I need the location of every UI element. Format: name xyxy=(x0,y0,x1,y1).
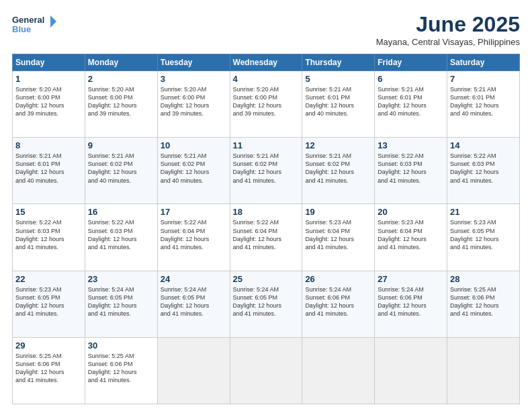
calendar-header-sunday: Sunday xyxy=(13,54,85,71)
cell-info: Sunrise: 5:22 AMSunset: 6:03 PMDaylight:… xyxy=(378,152,444,185)
calendar-cell xyxy=(230,337,302,404)
calendar-header-friday: Friday xyxy=(375,54,447,71)
day-number: 16 xyxy=(88,207,154,217)
calendar-cell xyxy=(447,337,520,404)
day-number: 12 xyxy=(305,140,371,150)
calendar-cell: 21Sunrise: 5:23 AMSunset: 6:05 PMDayligh… xyxy=(447,204,520,271)
calendar-cell: 15Sunrise: 5:22 AMSunset: 6:03 PMDayligh… xyxy=(13,204,85,271)
day-number: 27 xyxy=(378,274,444,284)
calendar-cell: 6Sunrise: 5:21 AMSunset: 6:01 PMDaylight… xyxy=(375,71,447,138)
calendar-cell: 9Sunrise: 5:21 AMSunset: 6:02 PMDaylight… xyxy=(85,138,157,204)
calendar-cell xyxy=(157,337,230,404)
day-number: 5 xyxy=(305,74,371,84)
day-number: 29 xyxy=(15,340,82,351)
cell-info: Sunrise: 5:20 AMSunset: 6:00 PMDaylight:… xyxy=(161,85,227,118)
calendar-header-thursday: Thursday xyxy=(302,54,375,71)
calendar-header-monday: Monday xyxy=(85,54,157,71)
calendar-cell: 13Sunrise: 5:22 AMSunset: 6:03 PMDayligh… xyxy=(375,138,447,204)
page: General Blue June 2025 Mayana, Central V… xyxy=(0,0,532,411)
location: Mayana, Central Visayas, Philippines xyxy=(376,37,520,47)
day-number: 3 xyxy=(161,74,227,84)
calendar-cell: 2Sunrise: 5:20 AMSunset: 6:00 PMDaylight… xyxy=(85,71,157,138)
cell-info: Sunrise: 5:21 AMSunset: 6:01 PMDaylight:… xyxy=(15,152,82,185)
calendar-header-tuesday: Tuesday xyxy=(157,54,230,71)
logo: General Blue xyxy=(12,12,59,38)
day-number: 19 xyxy=(305,207,371,217)
day-number: 17 xyxy=(161,207,227,217)
cell-info: Sunrise: 5:25 AMSunset: 6:06 PMDaylight:… xyxy=(15,352,82,385)
cell-info: Sunrise: 5:24 AMSunset: 6:06 PMDaylight:… xyxy=(378,285,444,318)
cell-info: Sunrise: 5:20 AMSunset: 6:00 PMDaylight:… xyxy=(233,85,300,118)
day-number: 14 xyxy=(450,140,517,150)
cell-info: Sunrise: 5:24 AMSunset: 6:06 PMDaylight:… xyxy=(305,285,371,318)
calendar-cell: 26Sunrise: 5:24 AMSunset: 6:06 PMDayligh… xyxy=(302,271,375,337)
calendar-cell: 4Sunrise: 5:20 AMSunset: 6:00 PMDaylight… xyxy=(230,71,302,138)
cell-info: Sunrise: 5:23 AMSunset: 6:04 PMDaylight:… xyxy=(378,218,444,251)
cell-info: Sunrise: 5:21 AMSunset: 6:01 PMDaylight:… xyxy=(305,85,371,118)
calendar-cell: 7Sunrise: 5:21 AMSunset: 6:01 PMDaylight… xyxy=(447,71,520,138)
cell-info: Sunrise: 5:25 AMSunset: 6:06 PMDaylight:… xyxy=(88,352,154,385)
day-number: 7 xyxy=(450,74,517,84)
calendar-cell: 1Sunrise: 5:20 AMSunset: 6:00 PMDaylight… xyxy=(13,71,85,138)
cell-info: Sunrise: 5:20 AMSunset: 6:00 PMDaylight:… xyxy=(15,85,82,118)
calendar-cell: 22Sunrise: 5:23 AMSunset: 6:05 PMDayligh… xyxy=(13,271,85,337)
calendar-header-wednesday: Wednesday xyxy=(230,54,302,71)
day-number: 10 xyxy=(161,140,227,150)
cell-info: Sunrise: 5:20 AMSunset: 6:00 PMDaylight:… xyxy=(88,85,154,118)
day-number: 15 xyxy=(15,207,82,217)
calendar-header-saturday: Saturday xyxy=(447,54,520,71)
day-number: 4 xyxy=(233,74,300,84)
cell-info: Sunrise: 5:24 AMSunset: 6:05 PMDaylight:… xyxy=(88,285,154,318)
day-number: 28 xyxy=(450,274,517,284)
cell-info: Sunrise: 5:21 AMSunset: 6:02 PMDaylight:… xyxy=(161,152,227,185)
day-number: 30 xyxy=(88,340,154,351)
calendar-cell: 14Sunrise: 5:22 AMSunset: 6:03 PMDayligh… xyxy=(447,138,520,204)
day-number: 26 xyxy=(305,274,371,284)
cell-info: Sunrise: 5:21 AMSunset: 6:02 PMDaylight:… xyxy=(305,152,371,185)
day-number: 11 xyxy=(233,140,300,150)
day-number: 18 xyxy=(233,207,300,217)
day-number: 24 xyxy=(161,274,227,284)
cell-info: Sunrise: 5:22 AMSunset: 6:03 PMDaylight:… xyxy=(15,218,82,251)
calendar-cell: 17Sunrise: 5:22 AMSunset: 6:04 PMDayligh… xyxy=(157,204,230,271)
calendar-cell: 8Sunrise: 5:21 AMSunset: 6:01 PMDaylight… xyxy=(13,138,85,204)
calendar-cell: 25Sunrise: 5:24 AMSunset: 6:05 PMDayligh… xyxy=(230,271,302,337)
cell-info: Sunrise: 5:24 AMSunset: 6:05 PMDaylight:… xyxy=(233,285,300,318)
day-number: 21 xyxy=(450,207,517,217)
calendar-cell xyxy=(302,337,375,404)
cell-info: Sunrise: 5:22 AMSunset: 6:03 PMDaylight:… xyxy=(88,218,154,251)
day-number: 9 xyxy=(88,140,154,150)
cell-info: Sunrise: 5:23 AMSunset: 6:05 PMDaylight:… xyxy=(15,285,82,318)
calendar-cell: 29Sunrise: 5:25 AMSunset: 6:06 PMDayligh… xyxy=(13,337,85,404)
cell-info: Sunrise: 5:22 AMSunset: 6:04 PMDaylight:… xyxy=(233,218,300,251)
calendar-cell: 19Sunrise: 5:23 AMSunset: 6:04 PMDayligh… xyxy=(302,204,375,271)
day-number: 1 xyxy=(15,74,82,84)
calendar-cell: 12Sunrise: 5:21 AMSunset: 6:02 PMDayligh… xyxy=(302,138,375,204)
calendar: SundayMondayTuesdayWednesdayThursdayFrid… xyxy=(12,54,520,404)
calendar-cell xyxy=(375,337,447,404)
day-number: 2 xyxy=(88,74,154,84)
svg-marker-2 xyxy=(50,15,56,28)
svg-text:General: General xyxy=(12,15,44,25)
day-number: 25 xyxy=(233,274,300,284)
logo-svg: General Blue xyxy=(12,12,59,38)
month-title: June 2025 xyxy=(376,12,520,37)
cell-info: Sunrise: 5:22 AMSunset: 6:04 PMDaylight:… xyxy=(161,218,227,251)
cell-info: Sunrise: 5:21 AMSunset: 6:02 PMDaylight:… xyxy=(88,152,154,185)
calendar-cell: 30Sunrise: 5:25 AMSunset: 6:06 PMDayligh… xyxy=(85,337,157,404)
header: General Blue June 2025 Mayana, Central V… xyxy=(12,12,520,47)
calendar-cell: 3Sunrise: 5:20 AMSunset: 6:00 PMDaylight… xyxy=(157,71,230,138)
cell-info: Sunrise: 5:23 AMSunset: 6:04 PMDaylight:… xyxy=(305,218,371,251)
cell-info: Sunrise: 5:22 AMSunset: 6:03 PMDaylight:… xyxy=(450,152,517,185)
cell-info: Sunrise: 5:25 AMSunset: 6:06 PMDaylight:… xyxy=(450,285,517,318)
calendar-cell: 24Sunrise: 5:24 AMSunset: 6:05 PMDayligh… xyxy=(157,271,230,337)
cell-info: Sunrise: 5:23 AMSunset: 6:05 PMDaylight:… xyxy=(450,218,517,251)
day-number: 23 xyxy=(88,274,154,284)
day-number: 22 xyxy=(15,274,82,284)
calendar-cell: 27Sunrise: 5:24 AMSunset: 6:06 PMDayligh… xyxy=(375,271,447,337)
title-block: June 2025 Mayana, Central Visayas, Phili… xyxy=(376,12,520,47)
svg-text:Blue: Blue xyxy=(12,24,31,34)
day-number: 6 xyxy=(378,74,444,84)
day-number: 8 xyxy=(15,140,82,150)
day-number: 13 xyxy=(378,140,444,150)
